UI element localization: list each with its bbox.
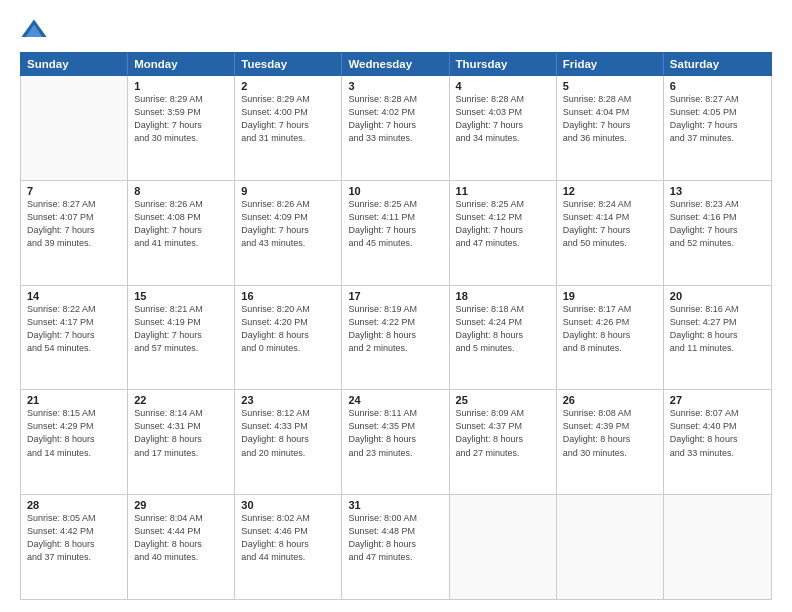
calendar-cell: 5Sunrise: 8:28 AMSunset: 4:04 PMDaylight… — [557, 76, 664, 180]
calendar-cell: 24Sunrise: 8:11 AMSunset: 4:35 PMDayligh… — [342, 390, 449, 494]
logo-icon — [20, 16, 48, 44]
cell-line: Daylight: 7 hours — [134, 224, 228, 237]
calendar-cell: 17Sunrise: 8:19 AMSunset: 4:22 PMDayligh… — [342, 286, 449, 390]
cell-line: Daylight: 8 hours — [348, 433, 442, 446]
header-day-saturday: Saturday — [664, 53, 771, 75]
cell-line: Sunrise: 8:18 AM — [456, 303, 550, 316]
day-number: 14 — [27, 290, 121, 302]
cell-line: Sunrise: 8:22 AM — [27, 303, 121, 316]
cell-line: Daylight: 8 hours — [563, 329, 657, 342]
cell-line: Sunrise: 8:29 AM — [241, 93, 335, 106]
calendar-cell: 29Sunrise: 8:04 AMSunset: 4:44 PMDayligh… — [128, 495, 235, 599]
day-number: 31 — [348, 499, 442, 511]
cell-line: Sunset: 4:03 PM — [456, 106, 550, 119]
day-number: 17 — [348, 290, 442, 302]
day-number: 5 — [563, 80, 657, 92]
calendar-cell: 20Sunrise: 8:16 AMSunset: 4:27 PMDayligh… — [664, 286, 771, 390]
cell-line: Sunset: 4:29 PM — [27, 420, 121, 433]
day-number: 30 — [241, 499, 335, 511]
cell-line: and 23 minutes. — [348, 447, 442, 460]
cell-line: and 27 minutes. — [456, 447, 550, 460]
calendar-row-1: 7Sunrise: 8:27 AMSunset: 4:07 PMDaylight… — [21, 180, 771, 285]
cell-line: Sunset: 4:44 PM — [134, 525, 228, 538]
calendar: SundayMondayTuesdayWednesdayThursdayFrid… — [20, 52, 772, 600]
header-day-monday: Monday — [128, 53, 235, 75]
cell-line: and 33 minutes. — [670, 447, 765, 460]
cell-line: Sunrise: 8:26 AM — [134, 198, 228, 211]
day-number: 9 — [241, 185, 335, 197]
cell-line: and 14 minutes. — [27, 447, 121, 460]
cell-line: Sunset: 4:14 PM — [563, 211, 657, 224]
cell-line: and 0 minutes. — [241, 342, 335, 355]
cell-line: Sunset: 4:39 PM — [563, 420, 657, 433]
cell-line: Sunrise: 8:12 AM — [241, 407, 335, 420]
cell-line: Sunset: 4:35 PM — [348, 420, 442, 433]
cell-line: Sunset: 4:24 PM — [456, 316, 550, 329]
cell-line: and 30 minutes. — [563, 447, 657, 460]
cell-line: Daylight: 7 hours — [563, 119, 657, 132]
day-number: 29 — [134, 499, 228, 511]
cell-line: Sunset: 4:48 PM — [348, 525, 442, 538]
cell-line: Sunrise: 8:23 AM — [670, 198, 765, 211]
cell-line: Daylight: 8 hours — [348, 538, 442, 551]
cell-line: Daylight: 7 hours — [456, 119, 550, 132]
calendar-cell: 26Sunrise: 8:08 AMSunset: 4:39 PMDayligh… — [557, 390, 664, 494]
day-number: 13 — [670, 185, 765, 197]
cell-line: and 20 minutes. — [241, 447, 335, 460]
cell-line: Sunset: 4:22 PM — [348, 316, 442, 329]
cell-line: Sunrise: 8:20 AM — [241, 303, 335, 316]
calendar-body: 1Sunrise: 8:29 AMSunset: 3:59 PMDaylight… — [20, 76, 772, 600]
cell-line: Sunrise: 8:05 AM — [27, 512, 121, 525]
cell-line: Daylight: 7 hours — [348, 224, 442, 237]
day-number: 16 — [241, 290, 335, 302]
day-number: 20 — [670, 290, 765, 302]
header-day-wednesday: Wednesday — [342, 53, 449, 75]
header-day-friday: Friday — [557, 53, 664, 75]
cell-line: Daylight: 8 hours — [27, 538, 121, 551]
cell-line: and 44 minutes. — [241, 551, 335, 564]
cell-line: Sunrise: 8:25 AM — [456, 198, 550, 211]
header-day-sunday: Sunday — [21, 53, 128, 75]
cell-line: Sunrise: 8:04 AM — [134, 512, 228, 525]
cell-line: and 8 minutes. — [563, 342, 657, 355]
cell-line: and 37 minutes. — [670, 132, 765, 145]
cell-line: Sunset: 4:09 PM — [241, 211, 335, 224]
cell-line: and 17 minutes. — [134, 447, 228, 460]
calendar-row-2: 14Sunrise: 8:22 AMSunset: 4:17 PMDayligh… — [21, 285, 771, 390]
calendar-row-0: 1Sunrise: 8:29 AMSunset: 3:59 PMDaylight… — [21, 76, 771, 180]
cell-line: Daylight: 7 hours — [563, 224, 657, 237]
day-number: 22 — [134, 394, 228, 406]
cell-line: Sunrise: 8:02 AM — [241, 512, 335, 525]
calendar-row-3: 21Sunrise: 8:15 AMSunset: 4:29 PMDayligh… — [21, 389, 771, 494]
cell-line: Sunset: 4:07 PM — [27, 211, 121, 224]
cell-line: and 52 minutes. — [670, 237, 765, 250]
calendar-header: SundayMondayTuesdayWednesdayThursdayFrid… — [20, 52, 772, 76]
cell-line: Daylight: 7 hours — [134, 119, 228, 132]
calendar-cell: 9Sunrise: 8:26 AMSunset: 4:09 PMDaylight… — [235, 181, 342, 285]
cell-line: Sunset: 4:16 PM — [670, 211, 765, 224]
logo — [20, 16, 52, 44]
cell-line: Sunrise: 8:09 AM — [456, 407, 550, 420]
cell-line: Daylight: 8 hours — [348, 329, 442, 342]
calendar-cell: 10Sunrise: 8:25 AMSunset: 4:11 PMDayligh… — [342, 181, 449, 285]
day-number: 21 — [27, 394, 121, 406]
cell-line: Sunset: 4:40 PM — [670, 420, 765, 433]
cell-line: and 2 minutes. — [348, 342, 442, 355]
cell-line: Daylight: 8 hours — [134, 538, 228, 551]
cell-line: Sunset: 4:46 PM — [241, 525, 335, 538]
cell-line: and 36 minutes. — [563, 132, 657, 145]
day-number: 8 — [134, 185, 228, 197]
cell-line: Daylight: 7 hours — [27, 329, 121, 342]
day-number: 24 — [348, 394, 442, 406]
cell-line: Daylight: 7 hours — [456, 224, 550, 237]
cell-line: Sunset: 4:12 PM — [456, 211, 550, 224]
day-number: 11 — [456, 185, 550, 197]
calendar-cell: 7Sunrise: 8:27 AMSunset: 4:07 PMDaylight… — [21, 181, 128, 285]
cell-line: and 5 minutes. — [456, 342, 550, 355]
cell-line: Sunset: 4:05 PM — [670, 106, 765, 119]
cell-line: Sunrise: 8:00 AM — [348, 512, 442, 525]
calendar-cell: 30Sunrise: 8:02 AMSunset: 4:46 PMDayligh… — [235, 495, 342, 599]
cell-line: and 47 minutes. — [456, 237, 550, 250]
cell-line: Daylight: 8 hours — [670, 329, 765, 342]
cell-line: Daylight: 8 hours — [241, 433, 335, 446]
